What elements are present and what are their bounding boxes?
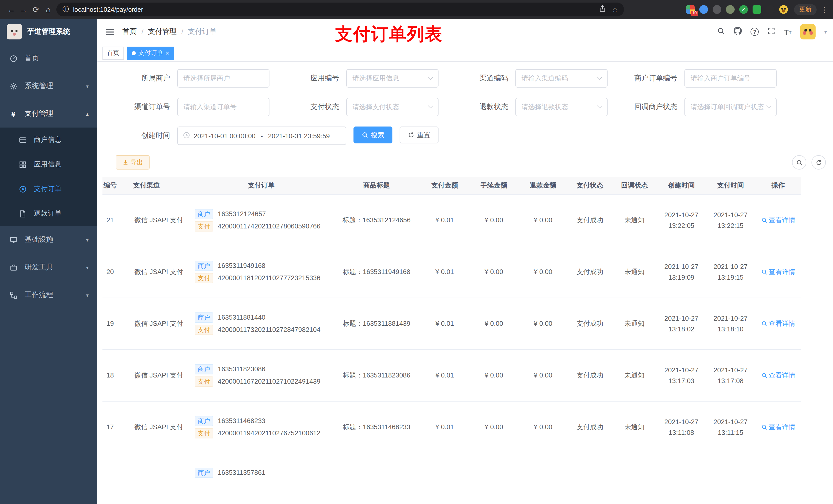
extension-emoji-icon[interactable]: [779, 5, 788, 14]
dashboard-icon: [9, 54, 18, 62]
fullscreen-icon[interactable]: [768, 27, 776, 37]
view-detail-link[interactable]: 查看详情: [761, 370, 795, 380]
merchant-tag: 商户: [195, 261, 213, 271]
pay-order-no: 4200001167202110271022491439: [218, 378, 320, 385]
column-header: 支付时间: [706, 177, 755, 194]
browser-home-icon[interactable]: ⌂: [42, 3, 54, 16]
merchant-select[interactable]: 请选择所属商户: [177, 69, 269, 88]
sidebar-item-label: 首页: [25, 54, 39, 63]
export-button[interactable]: 导出: [116, 155, 149, 170]
sidebar-item-merchant-info[interactable]: 商户信息: [0, 127, 97, 152]
product-title-cell: 标题：1635311823086: [333, 349, 420, 401]
refresh-table-button[interactable]: [811, 155, 826, 170]
address-bar[interactable]: ⓘ localhost:1024/pay/order ☆: [56, 3, 624, 16]
pay-tag: 支付: [195, 428, 213, 438]
notify-status-cell: 未通知: [612, 194, 657, 246]
view-detail-link[interactable]: 查看详情: [761, 319, 795, 328]
column-header: 手续金额: [469, 177, 519, 194]
chevron-down-icon: ▾: [86, 237, 89, 242]
extension-olive-icon[interactable]: [726, 5, 735, 14]
view-detail-link[interactable]: 查看详情: [761, 267, 795, 276]
view-detail-link[interactable]: 查看详情: [761, 215, 795, 224]
sidebar-item-pay-order[interactable]: 支付订单: [0, 177, 97, 201]
channel-code-select[interactable]: 请输入渠道编码: [515, 69, 608, 88]
browser-menu-icon[interactable]: ⋮: [821, 5, 828, 14]
sidebar: 芋道管理系统 首页 系统管理 ▾ ¥ 支付管理 ▴: [0, 19, 97, 504]
annotation-title: 支付订单列表: [335, 23, 443, 46]
filter-label: 应用编号: [290, 74, 346, 83]
pay-order-cell: 商户 1635311949168 支付 42000011812021102777…: [190, 246, 333, 297]
extension-puzzle-icon[interactable]: [766, 5, 775, 14]
sidebar-item-infrastructure[interactable]: 基础设施 ▾: [0, 226, 97, 254]
sidebar-item-system[interactable]: 系统管理 ▾: [0, 72, 97, 100]
font-size-icon[interactable]: TT: [784, 28, 791, 35]
sidebar-item-workflow[interactable]: 工作流程 ▾: [0, 281, 97, 309]
extension-pin-icon[interactable]: [699, 5, 708, 14]
reset-button[interactable]: 重置: [400, 126, 438, 143]
share-icon[interactable]: [599, 5, 606, 14]
sidebar-item-payment[interactable]: ¥ 支付管理 ▴: [0, 100, 97, 127]
extension-check-icon[interactable]: ✓: [739, 5, 748, 14]
created-time-cell: 2021-10-27 13:22:05: [657, 194, 706, 246]
site-info-icon[interactable]: ⓘ: [63, 5, 69, 14]
view-detail-link[interactable]: 查看详情: [761, 422, 795, 432]
refund-amount-cell: ¥ 0.00: [519, 401, 568, 453]
extension-chat-icon[interactable]: [753, 5, 761, 14]
notify-status-cell: 未通知: [612, 401, 657, 453]
notify-status-cell: 未通知: [612, 349, 657, 401]
sidebar-item-app-info[interactable]: 应用信息: [0, 152, 97, 177]
column-header: 支付渠道: [128, 177, 190, 194]
browser-reload-icon[interactable]: ⟳: [30, 3, 42, 16]
search-icon[interactable]: [717, 27, 725, 37]
table-row-partial: 商户 1635311357861: [102, 453, 801, 492]
browser-back-icon[interactable]: ←: [5, 3, 18, 16]
tab-home[interactable]: 首页: [102, 46, 124, 60]
tab-pay-order[interactable]: 支付订单 ×: [127, 46, 174, 60]
chevron-down-icon: ▾: [86, 265, 89, 270]
sidebar-item-home[interactable]: 首页: [0, 45, 97, 72]
bookmark-star-icon[interactable]: ☆: [612, 6, 618, 13]
app-no-select[interactable]: 请选择应用信息: [346, 69, 438, 88]
pay-channel-cell: 微信 JSAPI 支付: [128, 401, 190, 453]
pay-status-select[interactable]: 请选择支付状态: [346, 98, 438, 116]
sidebar-item-dev-tools[interactable]: 研发工具 ▾: [0, 254, 97, 281]
notify-status-cell: 未通知: [612, 297, 657, 349]
product-title-cell: 标题：1635311468233: [333, 401, 420, 453]
help-icon[interactable]: ?: [751, 28, 759, 36]
merchant-tag: 商户: [195, 209, 213, 219]
actions-cell: 查看详情: [755, 401, 801, 453]
breadcrumb-payment[interactable]: 支付管理: [148, 27, 177, 37]
hamburger-icon[interactable]: [101, 27, 118, 36]
sidebar-item-label: 工作流程: [25, 290, 53, 299]
logo-image: [7, 24, 22, 40]
close-icon[interactable]: ×: [165, 50, 169, 56]
column-header: 支付金额: [420, 177, 469, 194]
order-id-cell: 17: [102, 401, 128, 453]
extension-dark-icon[interactable]: [713, 5, 721, 14]
avatar-dropdown-caret[interactable]: ▾: [824, 29, 827, 34]
sidebar-item-label: 基础设施: [25, 235, 53, 244]
url-text: localhost:1024/pay/order: [73, 6, 595, 13]
refund-status-select[interactable]: 请选择退款状态: [515, 98, 608, 116]
create-time-range-picker[interactable]: 2021-10-01 00:00:00 - 2021-10-31 23:59:5…: [177, 126, 346, 145]
refund-amount-cell: ¥ 0.00: [519, 349, 568, 401]
extension-grid-icon[interactable]: 10: [686, 5, 695, 14]
sidebar-item-label: 支付管理: [25, 109, 53, 118]
browser-update-button[interactable]: 更新: [794, 4, 817, 15]
breadcrumb-home[interactable]: 首页: [122, 27, 137, 37]
sidebar-item-refund-order[interactable]: 退款订单: [0, 201, 97, 226]
merchant-order-no: 1635311823086: [218, 365, 265, 373]
user-avatar[interactable]: [800, 24, 815, 40]
merchant-order-no-input[interactable]: 请输入商户订单编号: [685, 69, 777, 88]
channel-order-no-input[interactable]: 请输入渠道订单号: [177, 98, 269, 116]
fee-amount-cell: ¥ 0.00: [469, 246, 519, 297]
search-button[interactable]: 搜索: [354, 126, 392, 143]
github-icon[interactable]: [734, 27, 742, 37]
app-logo[interactable]: 芋道管理系统: [0, 19, 97, 45]
paid-time-cell: 2021-10-27 13:18:10: [706, 297, 755, 349]
placeholder-text: 请选择应用信息: [353, 74, 426, 83]
notify-status-select[interactable]: 请选择订单回调商户状态: [685, 98, 777, 116]
show-search-toggle-button[interactable]: [792, 155, 806, 170]
chevron-down-icon: [766, 103, 771, 108]
browser-forward-icon[interactable]: →: [18, 3, 30, 16]
